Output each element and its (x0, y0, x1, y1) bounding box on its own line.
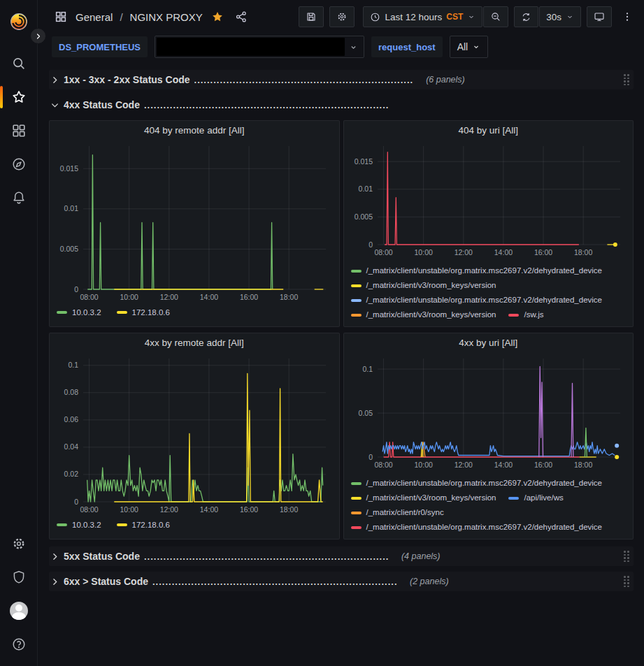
legend-item[interactable]: /api/live/ws (508, 491, 563, 505)
time-range-picker[interactable]: Last 12 hours CST (363, 6, 482, 27)
row-drag-handle[interactable] (624, 576, 629, 587)
sidebar-item-help[interactable] (5, 630, 33, 659)
refresh-button[interactable] (514, 6, 538, 27)
save-dashboard-button[interactable] (299, 6, 324, 27)
legend-swatch (117, 523, 127, 526)
legend-item[interactable]: /_matrix/client/v3/room_keys/version (351, 307, 496, 322)
breadcrumb: General / NGINX PROXY (52, 8, 250, 26)
legend-label: /api/live/ws (524, 491, 563, 505)
sidebar-item-search[interactable] (5, 49, 33, 78)
sidebar-expand-button[interactable] (30, 28, 46, 44)
panel-title[interactable]: 404 by uri [All] (344, 121, 634, 139)
row-1xx-3xx-2xx-status-code[interactable]: 1xx - 3xx - 2xx Status Code ............… (49, 70, 634, 89)
legend-label: /sw.js (524, 307, 543, 322)
panel-title[interactable]: 4xx by uri [All] (344, 333, 634, 352)
panel-4xx-by-remote-addr: 4xx by remote addr [All] 08:0010:0012:00… (49, 333, 340, 540)
row-title: 5xx Status Code (64, 551, 140, 562)
chart-svg-4xx-by-remote-addr[interactable]: 08:0010:0012:0014:0016:0018:0000.020.040… (54, 352, 332, 516)
legend-item[interactable]: /_matrix/client/unstable/org.matrix.msc2… (351, 293, 603, 307)
sidebar-item-server-admin[interactable] (5, 563, 33, 592)
panel-title[interactable]: 4xx by remote addr [All] (50, 333, 339, 352)
svg-text:0: 0 (368, 240, 373, 249)
svg-text:16:00: 16:00 (534, 248, 552, 256)
legend-item[interactable]: /_matrix/client/unstable/org.matrix.msc2… (351, 476, 603, 491)
panel-title[interactable]: 404 by remote addr [All] (50, 121, 339, 139)
svg-text:0.04: 0.04 (64, 442, 79, 451)
active-indicator (0, 86, 3, 108)
row-drag-handle[interactable] (624, 551, 629, 562)
legend-item[interactable]: 172.18.0.6 (117, 308, 170, 317)
legend-swatch (351, 497, 362, 500)
chart-4xx-by-remote-addr[interactable]: 08:0010:0012:0014:0016:0018:0000.020.040… (50, 352, 339, 519)
series-line (571, 383, 573, 457)
row-4xx-status-code[interactable]: 4xx Status Code ........................… (49, 95, 634, 115)
legend-swatch (351, 314, 362, 317)
sidebar-item-explore[interactable] (5, 150, 33, 179)
chart-404-by-remote-addr[interactable]: 08:0010:0012:0014:0016:0018:0000.0050.01… (50, 139, 339, 307)
share-icon[interactable] (232, 8, 250, 26)
row-title-dots: ........................................… (144, 551, 389, 562)
main-area: General / NGINX PROXY (38, 0, 644, 666)
request-host-variable-label[interactable]: request_host (371, 36, 443, 57)
more-options-kebab[interactable] (619, 8, 636, 25)
chevron-down-icon (472, 43, 480, 51)
row-6xx-status-code[interactable]: 6xx > Status Code ......................… (49, 572, 634, 591)
legend-item[interactable]: /_matrix/client/r0/sync (351, 505, 444, 520)
legend-item[interactable]: 10.0.3.2 (57, 521, 101, 529)
legend-item[interactable]: /_matrix/client/unstable/org.matrix.msc2… (351, 520, 603, 535)
datasource-variable-label[interactable]: DS_PROMETHEUS (52, 36, 148, 57)
zoom-out-time-button[interactable] (483, 6, 508, 27)
datasource-variable-select[interactable] (155, 36, 364, 58)
svg-text:10:00: 10:00 (414, 461, 432, 469)
request-host-variable-select[interactable]: All (450, 36, 489, 58)
grafana-app: General / NGINX PROXY (0, 0, 644, 666)
breadcrumb-section[interactable]: General (76, 11, 113, 23)
legend-label: /_matrix/client/unstable/org.matrix.msc2… (366, 476, 603, 491)
row-5xx-status-code[interactable]: 5xx Status Code ........................… (49, 546, 634, 566)
datasource-value-redacted (157, 38, 345, 56)
legend-item[interactable]: /_matrix/client/unstable/org.matrix.msc2… (351, 263, 603, 278)
chevron-right-icon (34, 32, 43, 41)
refresh-interval-picker[interactable]: 30s (539, 6, 581, 27)
chart-svg-404-by-remote-addr[interactable]: 08:0010:0012:0014:0016:0018:0000.0050.01… (54, 139, 332, 304)
dashboard-settings-button[interactable] (329, 6, 355, 27)
legend-label: /_matrix/client/v3/room_keys/version (366, 278, 496, 293)
legend-item[interactable]: 172.18.0.6 (117, 521, 170, 529)
legend-item[interactable]: /sw.js (508, 307, 543, 322)
favorite-star-icon[interactable] (208, 8, 227, 26)
legend-swatch (351, 482, 362, 485)
legend-label: 10.0.3.2 (72, 521, 101, 529)
chevron-right-icon (50, 552, 59, 561)
legend-swatch (508, 497, 519, 500)
legend-swatch (351, 526, 362, 529)
svg-text:0.015: 0.015 (354, 157, 372, 166)
sidebar-item-profile[interactable] (5, 596, 33, 625)
svg-text:12:00: 12:00 (454, 248, 472, 256)
legend-item[interactable]: /_matrix/client/v3/room_keys/version (351, 491, 496, 505)
legend-swatch (351, 299, 362, 302)
grafana-logo[interactable] (5, 7, 33, 36)
sidebar-item-alerting[interactable] (5, 183, 33, 212)
svg-text:0: 0 (74, 498, 78, 506)
chart-svg-4xx-by-uri[interactable]: 08:0010:0012:0014:0016:0018:0000.050.1 (348, 352, 627, 472)
sidebar-item-dashboards[interactable] (5, 116, 33, 145)
chevron-right-icon (50, 75, 59, 85)
refresh-controls: 30s (514, 6, 581, 27)
legend-swatch (57, 311, 67, 314)
chart-404-by-uri[interactable]: 08:0010:0012:0014:0016:0018:0000.0050.01… (344, 139, 634, 262)
svg-text:0.02: 0.02 (64, 470, 79, 478)
grafana-logo-icon (10, 13, 28, 31)
sidebar-item-configuration[interactable] (5, 529, 33, 558)
apps-grid-icon (52, 8, 70, 26)
chart-4xx-by-uri[interactable]: 08:0010:0012:0014:0016:0018:0000.050.1 (344, 352, 634, 475)
legend-item[interactable]: 10.0.3.2 (57, 308, 101, 317)
zoom-out-icon (490, 11, 501, 22)
cycle-view-mode-button[interactable] (587, 6, 612, 27)
svg-text:12:00: 12:00 (160, 293, 178, 301)
svg-text:16:00: 16:00 (534, 461, 552, 469)
svg-text:18:00: 18:00 (280, 293, 298, 301)
legend-item[interactable]: /_matrix/client/v3/room_keys/version (351, 278, 496, 293)
row-drag-handle[interactable] (624, 74, 629, 85)
sidebar-item-starred[interactable] (5, 82, 33, 112)
chart-svg-404-by-uri[interactable]: 08:0010:0012:0014:0016:0018:0000.0050.01… (348, 139, 627, 259)
